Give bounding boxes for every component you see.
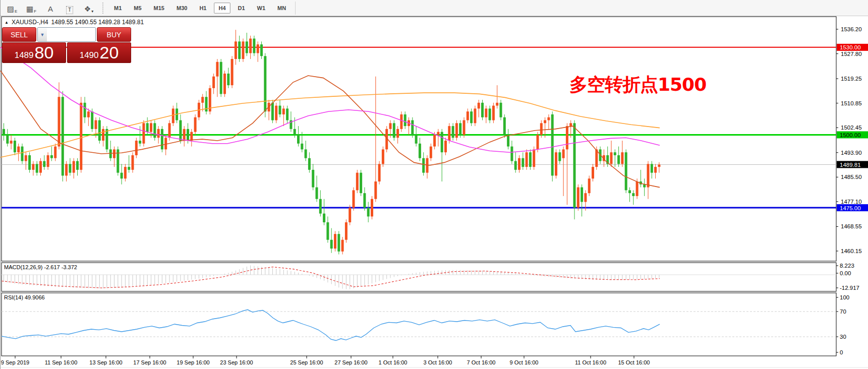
svg-text:27 Sep 16:00: 27 Sep 16:00 xyxy=(334,359,367,365)
buy-quote-box[interactable]: 1490 20 xyxy=(67,42,131,63)
macd-indicator-label: MACD(12,26,9) -2.617 -3.372 xyxy=(4,264,77,270)
pane-frames xyxy=(2,17,836,356)
svg-text:1485.50: 1485.50 xyxy=(841,174,862,180)
svg-text:1477.10: 1477.10 xyxy=(841,199,862,205)
toolbar-grip[interactable] xyxy=(101,3,104,14)
objects-tool-icon-glyph: ❖ xyxy=(84,4,91,14)
price-axis: 1536.201527.801519.251510.851502.451493.… xyxy=(836,26,868,355)
text-tool-icon-glyph: A xyxy=(48,4,53,14)
svg-text:17 Sep 16:00: 17 Sep 16:00 xyxy=(133,359,166,365)
timeframe-buttons-group: M1M5M15M30H1H4D1W1MN xyxy=(108,3,292,14)
label-tool-icon[interactable]: T xyxy=(62,2,77,14)
svg-text:1527.80: 1527.80 xyxy=(841,51,862,57)
svg-text:8.223: 8.223 xyxy=(840,263,854,269)
svg-text:1536.20: 1536.20 xyxy=(841,26,862,32)
sell-button[interactable]: SELL xyxy=(2,27,36,42)
svg-text:100: 100 xyxy=(840,294,849,300)
svg-text:13 Sep 16:00: 13 Sep 16:00 xyxy=(89,359,122,365)
ohlc-values: 1489.55 1490.55 1489.28 1489.81 xyxy=(51,19,144,26)
svg-text:1475.00: 1475.00 xyxy=(840,205,861,211)
label-tool-icon-glyph: T xyxy=(66,6,73,14)
text-tool-icon[interactable]: A xyxy=(43,2,58,14)
tab-timeframe-m1[interactable]: M1 xyxy=(109,3,126,14)
svg-text:0: 0 xyxy=(840,349,843,355)
buy-big-figure: 1490 xyxy=(80,51,99,59)
drawing-tools-group: ▨E▦FAT❖▾ xyxy=(5,2,100,14)
top-toolbar: ▨E▦FAT❖▾ M1M5M15M30H1H4D1W1MN xyxy=(1,0,868,16)
indicator-list-icon-glyph: ▨ xyxy=(7,4,14,14)
svg-text:1500.00: 1500.00 xyxy=(840,132,861,138)
svg-text:1 Oct 16:00: 1 Oct 16:00 xyxy=(379,359,408,365)
tab-timeframe-d1[interactable]: D1 xyxy=(234,3,250,14)
tab-timeframe-w1[interactable]: W1 xyxy=(253,3,270,14)
volume-stepper: ▼ ▲ xyxy=(37,27,96,42)
svg-text:1519.25: 1519.25 xyxy=(841,76,862,82)
svg-text:30: 30 xyxy=(840,334,846,340)
tab-timeframe-mn[interactable]: MN xyxy=(273,3,291,14)
svg-text:23 Sep 16:00: 23 Sep 16:00 xyxy=(220,359,253,365)
svg-text:7 Oct 16:00: 7 Oct 16:00 xyxy=(467,359,496,365)
svg-text:1502.45: 1502.45 xyxy=(841,125,862,131)
indicator-list-icon[interactable]: ▨E xyxy=(5,2,20,14)
svg-text:15 Oct 16:00: 15 Oct 16:00 xyxy=(618,359,650,365)
tab-timeframe-h4[interactable]: H4 xyxy=(214,3,230,14)
tab-timeframe-m30[interactable]: M30 xyxy=(172,3,192,14)
trading-terminal-window: ▨E▦FAT❖▾ M1M5M15M30H1H4D1W1MN 1536.20152… xyxy=(0,0,868,369)
time-axis: 9 Sep 201911 Sep 16:0013 Sep 16:0017 Sep… xyxy=(1,356,868,367)
buy-pips: 20 xyxy=(100,44,119,61)
svg-text:70: 70 xyxy=(840,309,846,315)
svg-text:11 Sep 16:00: 11 Sep 16:00 xyxy=(45,359,78,365)
svg-text:25 Sep 16:00: 25 Sep 16:00 xyxy=(290,359,323,365)
tab-timeframe-h1[interactable]: H1 xyxy=(195,3,211,14)
objects-tool-icon[interactable]: ❖▾ xyxy=(81,2,96,14)
toolbar-separator xyxy=(295,2,296,15)
svg-text:1530.00: 1530.00 xyxy=(840,44,861,50)
sell-pips: 80 xyxy=(35,44,54,61)
svg-text:9 Sep 2019: 9 Sep 2019 xyxy=(1,359,29,365)
symbol-label: XAUUSD-,H4 xyxy=(12,19,48,26)
template-grid-icon[interactable]: ▦F xyxy=(24,2,39,14)
tab-timeframe-m5[interactable]: M5 xyxy=(129,3,146,14)
volume-input[interactable] xyxy=(47,28,96,41)
svg-text:-12.917: -12.917 xyxy=(840,285,859,291)
svg-text:1510.85: 1510.85 xyxy=(841,100,862,106)
chart-annotation-text: 多空转折点1500 xyxy=(569,73,706,97)
svg-text:11 Oct 16:00: 11 Oct 16:00 xyxy=(575,359,606,365)
sell-big-figure: 1489 xyxy=(15,51,34,59)
svg-text:1468.55: 1468.55 xyxy=(841,223,862,229)
one-click-trade-panel: SELL ▼ ▲ BUY 1489 80 1490 20 xyxy=(2,27,131,63)
rsi-indicator-label: RSI(14) 49.9066 xyxy=(4,294,45,300)
svg-text:1493.90: 1493.90 xyxy=(841,150,862,156)
tab-timeframe-m15[interactable]: M15 xyxy=(149,3,169,14)
svg-text:9 Oct 16:00: 9 Oct 16:00 xyxy=(510,359,539,365)
svg-text:3 Oct 16:00: 3 Oct 16:00 xyxy=(424,359,452,365)
buy-button[interactable]: BUY xyxy=(97,27,131,42)
volume-decrease-icon[interactable]: ▼ xyxy=(38,28,47,41)
svg-text:0.00: 0.00 xyxy=(840,270,851,276)
svg-text:1489.81: 1489.81 xyxy=(840,162,861,168)
collapse-triangle-icon[interactable]: ▲ xyxy=(5,20,9,25)
svg-text:19 Sep 16:00: 19 Sep 16:00 xyxy=(177,359,209,365)
sell-quote-box[interactable]: 1489 80 xyxy=(2,42,66,63)
symbol-ohlc-bar: ▲ XAUUSD-,H4 1489.55 1490.55 1489.28 148… xyxy=(5,19,144,26)
template-grid-icon-glyph: ▦ xyxy=(26,4,33,14)
svg-text:1460.15: 1460.15 xyxy=(841,248,862,254)
